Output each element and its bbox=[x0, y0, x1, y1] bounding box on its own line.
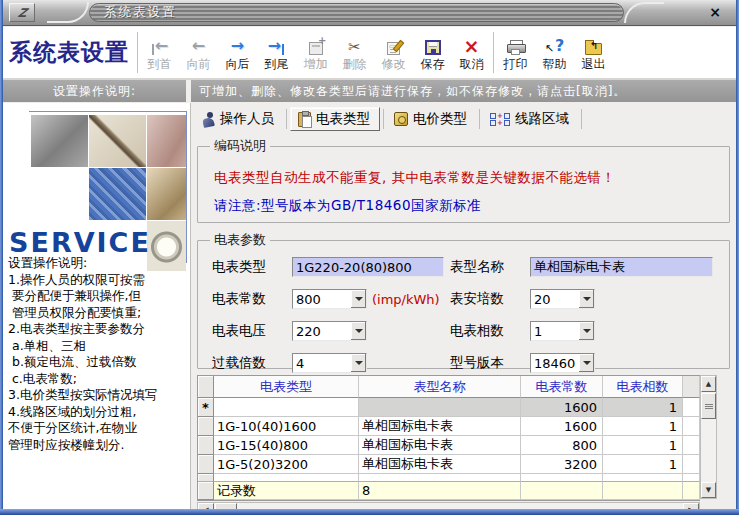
tab-separator bbox=[479, 109, 480, 129]
help-button[interactable]: ↖? 帮助 bbox=[535, 27, 574, 78]
toolbar: 系统表设置 ← 到首 ← 向前 → 向后 → 到尾 增加 ✂ 删除 修改 bbox=[3, 27, 736, 80]
chevron-down-icon[interactable] bbox=[578, 354, 594, 372]
model-name-field[interactable]: 单相国标电卡表 bbox=[530, 257, 713, 277]
col-header-model-name[interactable]: 表型名称 bbox=[359, 376, 521, 398]
table-footer-row: 记录数 8 bbox=[198, 481, 700, 500]
cell-phases[interactable]: 1 bbox=[603, 398, 683, 417]
table-row[interactable]: 1G-10(40)1600 单相国标电卡表 1600 1 bbox=[198, 417, 700, 436]
cancel-button[interactable]: × 取消 bbox=[452, 27, 491, 78]
col-header-constant[interactable]: 电表常数 bbox=[521, 376, 603, 398]
col-header-phases[interactable]: 电表相数 bbox=[603, 376, 683, 398]
cell-constant[interactable]: 1600 bbox=[521, 398, 603, 417]
tab-meter-type[interactable]: 电表类型 bbox=[290, 107, 380, 131]
close-button[interactable]: × bbox=[706, 4, 724, 20]
tab-line-area[interactable]: + + 线路区域 bbox=[483, 107, 578, 131]
model-version-label: 型号版本 bbox=[450, 354, 530, 372]
coding-notes-groupbox: 编码说明 电表类型自动生成不能重复, 其中电表常数是关键数据不能选错！ 请注意:… bbox=[197, 137, 730, 223]
row-selector-header bbox=[198, 376, 214, 398]
window-frame bbox=[0, 509, 739, 515]
previous-button[interactable]: ← 向前 bbox=[179, 27, 218, 78]
cell-constant[interactable]: 3200 bbox=[521, 455, 603, 474]
meter-type-field[interactable]: 1G220-20(80)800 bbox=[292, 257, 444, 277]
table-row[interactable]: 1G-15(40)800 单相国标电卡表 800 1 bbox=[198, 436, 700, 455]
cell-meter-type[interactable]: 1G-10(40)1600 bbox=[214, 417, 359, 436]
window-title: 系统表设置 bbox=[90, 4, 177, 21]
print-button[interactable]: 打印 bbox=[496, 27, 535, 78]
scroll-down-icon[interactable]: ▼ bbox=[701, 482, 716, 498]
table-row[interactable]: 1G-5(20)3200 单相国标电卡表 3200 1 bbox=[198, 455, 700, 474]
cell-phases[interactable]: 1 bbox=[603, 436, 683, 455]
exit-button[interactable]: ↰ 退出 bbox=[574, 27, 613, 78]
titlebar-swoosh-left bbox=[47, 2, 89, 23]
row-marker[interactable] bbox=[198, 417, 214, 436]
save-icon bbox=[425, 35, 441, 55]
coding-standard-note: 请注意:型号版本为GB/T18460国家新标准 bbox=[214, 197, 721, 215]
save-button[interactable]: 保存 bbox=[413, 27, 452, 78]
cell-phases[interactable]: 1 bbox=[603, 417, 683, 436]
delete-record-button[interactable]: ✂ 删除 bbox=[335, 27, 374, 78]
app-window: Z 系统表设置 × 系统表设置 ← 到首 ← 向前 → 向后 → 到尾 增加 bbox=[0, 0, 739, 515]
tab-separator bbox=[286, 109, 287, 129]
tab-price-type[interactable]: 电价类型 bbox=[387, 107, 476, 131]
cancel-icon: × bbox=[464, 35, 480, 55]
modify-record-button[interactable]: 修改 bbox=[374, 27, 413, 78]
chevron-down-icon[interactable] bbox=[350, 354, 366, 372]
cell-model-name[interactable] bbox=[359, 398, 521, 417]
table-row-new[interactable]: * 1600 1 bbox=[198, 398, 700, 417]
amperage-label: 表安培数 bbox=[450, 290, 530, 308]
cell-model-name[interactable]: 单相国标电卡表 bbox=[359, 455, 521, 474]
photo-sticks bbox=[147, 115, 186, 167]
meter-constant-unit: (imp/kWh) bbox=[372, 292, 440, 307]
cell-phases[interactable]: 1 bbox=[603, 455, 683, 474]
cell-constant[interactable]: 800 bbox=[521, 436, 603, 455]
chevron-down-icon[interactable] bbox=[578, 290, 594, 308]
cell-constant[interactable]: 1600 bbox=[521, 417, 603, 436]
add-record-button[interactable]: 增加 bbox=[296, 27, 335, 78]
chevron-down-icon[interactable] bbox=[578, 322, 594, 340]
add-record-icon bbox=[309, 35, 323, 55]
print-icon bbox=[507, 35, 524, 55]
chevron-down-icon[interactable] bbox=[350, 290, 366, 308]
cell-model-name[interactable]: 单相国标电卡表 bbox=[359, 417, 521, 436]
goto-last-button[interactable]: → 到尾 bbox=[257, 27, 296, 78]
main-region: SERVICE 设置操作说明: 1.操作人员的权限可按需 要分配便于兼职操作,但… bbox=[3, 103, 736, 509]
row-marker[interactable] bbox=[198, 436, 214, 455]
row-marker[interactable]: * bbox=[198, 398, 214, 417]
table-empty-row bbox=[198, 474, 700, 481]
meter-type-label: 电表类型 bbox=[212, 258, 292, 276]
voltage-dropdown[interactable]: 220 bbox=[292, 321, 367, 341]
cell-meter-type[interactable]: 1G-5(20)3200 bbox=[214, 455, 359, 474]
chevron-down-icon[interactable] bbox=[350, 322, 366, 340]
overload-dropdown[interactable]: 4 bbox=[292, 353, 367, 373]
service-wordmark: SERVICE bbox=[9, 227, 151, 258]
cell-model-name[interactable]: 单相国标电卡表 bbox=[359, 436, 521, 455]
model-name-label: 表型名称 bbox=[450, 258, 530, 276]
model-version-dropdown[interactable]: 18460 bbox=[530, 353, 595, 373]
vertical-scrollbar[interactable]: ▲ ▼ bbox=[700, 375, 717, 499]
record-count-value: 8 bbox=[359, 481, 521, 500]
help-icon: ↖? bbox=[545, 35, 565, 55]
goto-first-button[interactable]: ← 到首 bbox=[140, 27, 179, 78]
vertical-scroll-thumb[interactable] bbox=[701, 393, 716, 419]
cell-meter-type[interactable]: 1G-15(40)800 bbox=[214, 436, 359, 455]
amperage-dropdown[interactable]: 20 bbox=[530, 289, 595, 309]
row-marker[interactable] bbox=[198, 455, 214, 474]
delete-record-icon: ✂ bbox=[348, 35, 361, 55]
meter-constant-dropdown[interactable]: 800 bbox=[292, 289, 367, 309]
cell-meter-type[interactable] bbox=[214, 398, 359, 417]
next-button[interactable]: → 向后 bbox=[218, 27, 257, 78]
operator-icon bbox=[202, 112, 215, 127]
content-panel: 操作人员 电表类型 电价类型 + + 线路 bbox=[191, 103, 736, 509]
col-header-meter-type[interactable]: 电表类型 bbox=[214, 376, 359, 398]
goto-last-icon: → bbox=[268, 35, 285, 55]
titlebar[interactable]: Z 系统表设置 × bbox=[3, 0, 736, 26]
scroll-up-icon[interactable]: ▲ bbox=[701, 376, 716, 392]
coding-warning-text: 电表类型自动生成不能重复, 其中电表常数是关键数据不能选错！ bbox=[214, 169, 721, 187]
toolbar-separator bbox=[137, 32, 138, 73]
phases-dropdown[interactable]: 1 bbox=[530, 321, 595, 341]
price-type-icon bbox=[394, 112, 408, 126]
tab-operators[interactable]: 操作人员 bbox=[195, 107, 283, 131]
meter-constant-label: 电表常数 bbox=[212, 290, 292, 308]
photo-pen bbox=[89, 115, 146, 167]
sidebar-header: 设置操作说明: bbox=[3, 80, 191, 102]
